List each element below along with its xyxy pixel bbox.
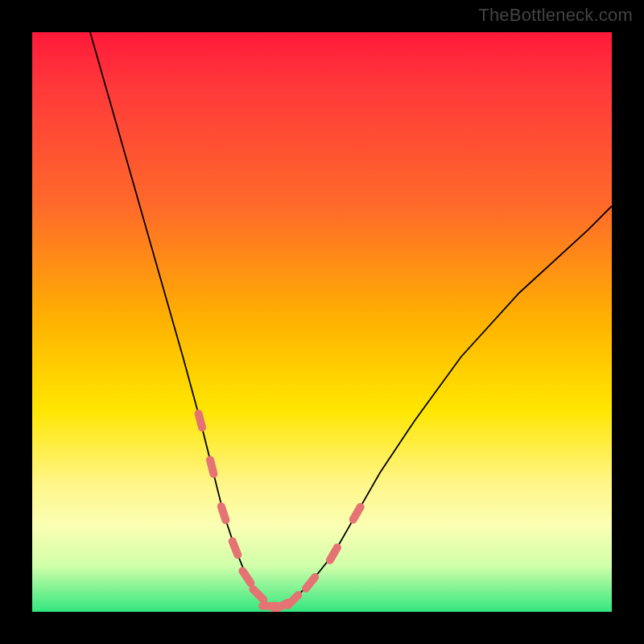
highlight-marker bbox=[221, 506, 226, 520]
highlight-marker bbox=[253, 589, 263, 600]
highlight-marker bbox=[288, 595, 299, 605]
highlight-marker bbox=[330, 547, 337, 560]
highlight-marker bbox=[199, 414, 202, 427]
highlight-marker bbox=[306, 577, 315, 588]
highlight-marker bbox=[353, 507, 361, 520]
gradient-plot-area bbox=[32, 32, 612, 612]
watermark-text: TheBottleneck.com bbox=[478, 5, 633, 26]
highlight-points bbox=[199, 414, 361, 609]
highlight-marker bbox=[242, 571, 250, 583]
highlight-marker bbox=[233, 541, 238, 555]
chart-frame: TheBottleneck.com bbox=[0, 0, 644, 644]
highlight-marker bbox=[210, 460, 213, 473]
chart-svg bbox=[32, 32, 612, 612]
